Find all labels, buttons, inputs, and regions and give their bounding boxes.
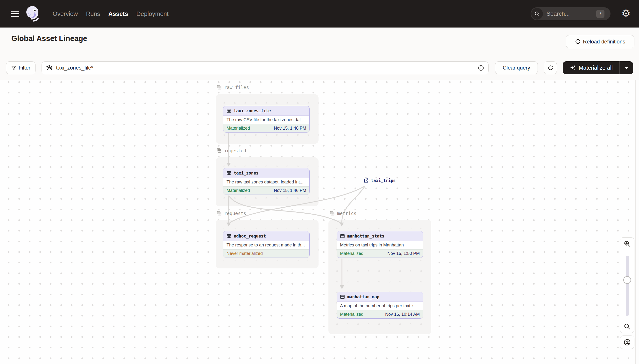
zoom-in-button[interactable] [620, 238, 634, 250]
asset-timestamp: Nov 15, 1:46 PM [274, 126, 306, 131]
refresh-graph-button[interactable] [544, 61, 557, 74]
materialize-all-button[interactable]: Materialize all [563, 61, 633, 74]
group-name: ingested [224, 148, 246, 153]
group-label-raw-files[interactable]: raw_files [216, 84, 249, 90]
reload-definitions-label: Reload definitions [583, 38, 625, 45]
filter-funnel-icon [11, 66, 16, 70]
group-label-requests[interactable]: requests [216, 210, 246, 216]
asset-group-icon [216, 84, 222, 90]
zoom-out-icon [624, 323, 630, 330]
reload-definitions-button[interactable]: Reload definitions [566, 35, 634, 48]
sparkle-icon [569, 65, 576, 71]
asset-node-header: adhoc_request [223, 231, 309, 241]
group-name: raw_files [224, 85, 249, 90]
search-icon [531, 8, 543, 20]
asset-timestamp: Nov 15, 1:50 PM [387, 251, 420, 256]
top-navigation-bar: Overview Runs Assets Deployment / ⚙ [0, 0, 639, 28]
group-name: metrics [337, 211, 356, 216]
page-title: Global Asset Lineage [11, 34, 87, 43]
materialize-all-main[interactable]: Materialize all [563, 61, 619, 74]
asset-description: The response to an request made in th... [223, 241, 309, 249]
table-icon [227, 108, 231, 113]
asset-status: Materialized [227, 188, 250, 193]
asset-group-icon [329, 210, 335, 216]
nav-overview[interactable]: Overview [53, 10, 78, 18]
asset-timestamp: Nov 15, 1:46 PM [274, 188, 306, 193]
asset-status: Materialized [227, 126, 250, 131]
asset-description: A map of the number of trips per taxi z.… [337, 302, 423, 310]
asset-node-header: manhattan_stats [337, 231, 423, 241]
asset-group-icon [216, 148, 222, 153]
asset-node-header: taxi_zones_file [223, 106, 309, 116]
asset-description: The raw taxi zones dataset, loaded int..… [223, 178, 309, 186]
asset-name: taxi_zones [234, 171, 258, 176]
table-icon [227, 171, 231, 176]
asset-node-taxi-zones[interactable]: taxi_zones The raw taxi zones dataset, l… [223, 168, 310, 195]
asset-node-taxi-zones-file[interactable]: taxi_zones_file The raw CSV file for the… [223, 106, 310, 132]
asset-name: manhattan_map [347, 294, 379, 299]
zoom-out-button[interactable] [620, 320, 634, 333]
clear-query-button[interactable]: Clear query [495, 61, 538, 74]
asset-node-manhattan-map[interactable]: manhattan_map A map of the number of tri… [337, 292, 423, 318]
asset-node-adhoc-request[interactable]: adhoc_request The response to an request… [223, 231, 310, 258]
asset-group-icon [216, 210, 222, 216]
asset-status: Never materialized [227, 251, 263, 256]
table-icon [227, 234, 231, 238]
lineage-edges [0, 80, 639, 364]
filter-button[interactable]: Filter [6, 61, 36, 74]
zoom-control-panel [620, 237, 634, 333]
asset-status: Materialized [340, 312, 363, 317]
asset-status-bar: Materialized Nov 15, 1:50 PM [337, 249, 423, 258]
asset-name: manhattan_stats [347, 234, 384, 238]
search-bar[interactable]: / [530, 7, 610, 20]
chevron-down-icon [625, 67, 628, 69]
external-asset-taxi-trips[interactable]: taxi_trips [363, 178, 396, 183]
asset-name: adhoc_request [234, 234, 266, 238]
asset-timestamp: Nov 16, 10:14 AM [385, 312, 420, 317]
download-circle-icon [623, 339, 631, 346]
group-label-metrics[interactable]: metrics [329, 210, 356, 216]
search-input[interactable] [546, 7, 591, 20]
asset-status-bar: Never materialized [223, 249, 309, 258]
zoom-slider-track[interactable] [626, 256, 629, 316]
materialize-all-label: Materialize all [579, 65, 613, 71]
asset-node-header: taxi_zones [223, 168, 309, 178]
lineage-toolbar: Filter Clear query [0, 56, 639, 80]
zoom-slider-handle[interactable] [623, 276, 631, 284]
asset-query-input[interactable] [56, 64, 475, 71]
asset-node-manhattan-stats[interactable]: manhattan_stats Metrics on taxi trips in… [337, 231, 423, 258]
nav-assets[interactable]: Assets [109, 10, 128, 18]
asset-status-bar: Materialized Nov 15, 1:46 PM [223, 186, 309, 194]
menu-icon[interactable] [11, 9, 20, 18]
zoom-in-icon [624, 240, 630, 247]
refresh-icon [548, 65, 553, 71]
asset-status: Materialized [340, 251, 363, 256]
asset-description: The raw CSV file for the taxi zones dat.… [223, 116, 309, 124]
asset-selection-icon [46, 65, 53, 71]
vertical-scrollbar[interactable] [635, 80, 639, 364]
asset-name: taxi_zones_file [234, 108, 271, 113]
asset-query-input-box[interactable] [42, 61, 488, 74]
asset-status-bar: Materialized Nov 16, 10:14 AM [337, 310, 423, 318]
external-link-icon [363, 178, 369, 183]
asset-node-header: manhattan_map [337, 292, 423, 302]
table-icon [340, 294, 345, 299]
lineage-graph-canvas[interactable]: raw_files ingested requests metrics taxi… [0, 80, 639, 364]
external-asset-name: taxi_trips [371, 178, 396, 183]
download-view-button[interactable] [620, 336, 634, 349]
clear-query-label: Clear query [503, 65, 530, 71]
nav-deployment[interactable]: Deployment [137, 10, 169, 18]
group-name: requests [224, 211, 246, 216]
group-label-ingested[interactable]: ingested [216, 148, 246, 153]
dagster-logo [24, 5, 42, 23]
asset-description: Metrics on taxi trips in Manhattan [337, 241, 423, 249]
materialize-options-caret[interactable] [619, 61, 633, 74]
refresh-icon [575, 39, 580, 44]
nav-runs[interactable]: Runs [86, 10, 100, 18]
table-icon [340, 234, 345, 238]
settings-gear-icon[interactable]: ⚙ [620, 7, 632, 20]
asset-status-bar: Materialized Nov 15, 1:46 PM [223, 124, 309, 132]
query-info-icon[interactable] [478, 65, 484, 71]
page-header: Global Asset Lineage Reload definitions [0, 28, 639, 56]
search-shortcut-badge: / [596, 10, 604, 18]
